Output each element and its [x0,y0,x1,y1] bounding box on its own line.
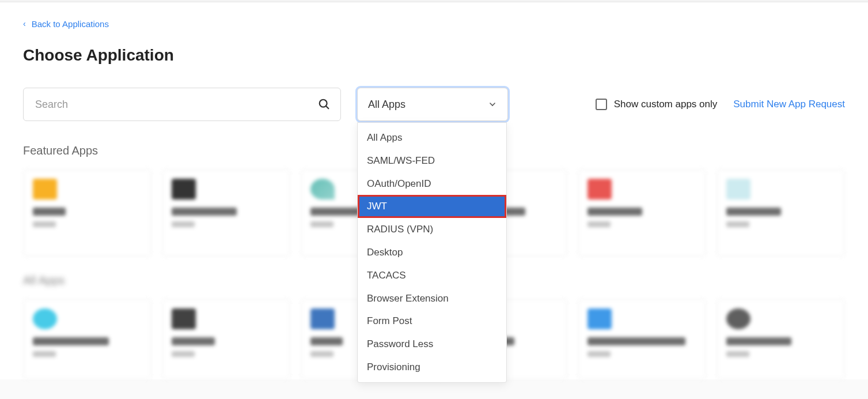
filter-option-tacacs[interactable]: TACACS [358,264,506,287]
svg-line-1 [326,106,329,109]
filter-dropdown-menu: All Apps SAML/WS-FED OAuth/OpenID JWT RA… [357,122,507,383]
submit-new-app-link[interactable]: Submit New App Request [733,99,845,110]
back-link-label: Back to Applications [32,19,109,29]
chevron-left-icon: ‹ [23,19,26,28]
app-card[interactable] [578,299,706,379]
filter-option-desktop[interactable]: Desktop [358,241,506,264]
page-title: Choose Application [23,46,845,65]
app-card[interactable] [578,169,706,257]
app-card[interactable] [717,169,845,257]
search-icon [318,98,331,111]
filter-dropdown[interactable]: All Apps All Apps SAML/WS-FED OAuth/Open… [357,88,508,121]
filter-dropdown-toggle[interactable]: All Apps [357,88,508,121]
app-card[interactable] [717,299,845,379]
chevron-down-icon [488,100,497,109]
filter-selected-label: All Apps [368,99,405,111]
search-input[interactable] [23,88,341,121]
filter-option-passwordless[interactable]: Password Less [358,333,506,356]
filter-option-form-post[interactable]: Form Post [358,310,506,333]
filter-option-jwt[interactable]: JWT [358,195,506,218]
filter-option-provisioning[interactable]: Provisioning [358,356,506,379]
filter-option-all-apps[interactable]: All Apps [358,126,506,149]
filter-option-radius[interactable]: RADIUS (VPN) [358,218,506,241]
app-card[interactable] [23,299,151,379]
back-link[interactable]: ‹ Back to Applications [23,2,845,33]
show-custom-checkbox[interactable]: Show custom apps only [596,99,718,110]
app-card[interactable] [162,299,290,379]
filter-option-oauth[interactable]: OAuth/OpenID [358,172,506,195]
app-card[interactable] [23,169,151,257]
checkbox-icon [596,99,607,110]
app-card[interactable] [162,169,290,257]
filter-option-browser-ext[interactable]: Browser Extension [358,287,506,310]
show-custom-label: Show custom apps only [614,99,718,110]
filter-option-saml[interactable]: SAML/WS-FED [358,149,506,172]
